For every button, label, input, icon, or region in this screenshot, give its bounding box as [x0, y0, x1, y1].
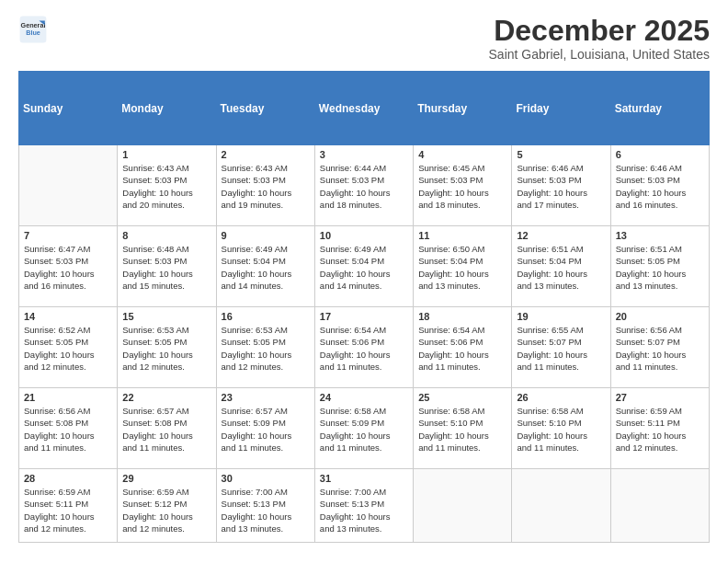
day-number: 30: [222, 473, 310, 484]
day-number: 13: [616, 230, 704, 241]
day-number: 12: [517, 230, 605, 241]
weekday-header-monday: Monday: [118, 72, 216, 145]
calendar-cell: 4Sunrise: 6:45 AM Sunset: 5:03 PM Daylig…: [414, 145, 512, 226]
calendar-cell: 11Sunrise: 6:50 AM Sunset: 5:04 PM Dayli…: [414, 226, 512, 307]
calendar-cell: 7Sunrise: 6:47 AM Sunset: 5:03 PM Daylig…: [19, 226, 118, 307]
day-number: 24: [320, 392, 408, 403]
calendar-cell: 14Sunrise: 6:52 AM Sunset: 5:05 PM Dayli…: [19, 307, 118, 388]
calendar-cell: 30Sunrise: 7:00 AM Sunset: 5:13 PM Dayli…: [216, 469, 314, 543]
header: General Blue December 2025 Saint Gabriel…: [18, 15, 710, 62]
day-number: 17: [320, 311, 408, 322]
day-number: 29: [122, 473, 210, 484]
day-number: 19: [517, 311, 605, 322]
day-number: 1: [122, 149, 210, 160]
day-info: Sunrise: 6:57 AM Sunset: 5:09 PM Dayligh…: [222, 405, 310, 454]
calendar-cell: [512, 469, 610, 543]
calendar-cell: 25Sunrise: 6:58 AM Sunset: 5:10 PM Dayli…: [414, 388, 512, 469]
calendar-cell: 23Sunrise: 6:57 AM Sunset: 5:09 PM Dayli…: [216, 388, 314, 469]
day-info: Sunrise: 6:46 AM Sunset: 5:03 PM Dayligh…: [517, 162, 605, 211]
day-info: Sunrise: 7:00 AM Sunset: 5:13 PM Dayligh…: [222, 486, 310, 534]
calendar-cell: [414, 469, 512, 543]
day-number: 14: [24, 311, 112, 322]
location: Saint Gabriel, Louisiana, United States: [489, 47, 710, 62]
calendar-week-0: 1Sunrise: 6:43 AM Sunset: 5:03 PM Daylig…: [19, 145, 710, 226]
day-number: 8: [122, 230, 210, 241]
weekday-header-saturday: Saturday: [610, 72, 709, 145]
day-info: Sunrise: 6:59 AM Sunset: 5:11 PM Dayligh…: [24, 486, 112, 534]
title-block: December 2025 Saint Gabriel, Louisiana, …: [489, 15, 710, 62]
day-number: 16: [222, 311, 310, 322]
page: General Blue December 2025 Saint Gabriel…: [0, 0, 728, 563]
svg-text:Blue: Blue: [26, 29, 40, 37]
day-info: Sunrise: 6:58 AM Sunset: 5:10 PM Dayligh…: [418, 405, 506, 454]
day-info: Sunrise: 6:59 AM Sunset: 5:12 PM Dayligh…: [122, 486, 210, 534]
day-number: 23: [222, 392, 310, 403]
calendar-cell: 13Sunrise: 6:51 AM Sunset: 5:05 PM Dayli…: [610, 226, 709, 307]
day-info: Sunrise: 6:43 AM Sunset: 5:03 PM Dayligh…: [222, 162, 310, 211]
calendar-cell: 6Sunrise: 6:46 AM Sunset: 5:03 PM Daylig…: [610, 145, 709, 226]
day-info: Sunrise: 6:49 AM Sunset: 5:04 PM Dayligh…: [320, 243, 408, 292]
day-number: 21: [24, 392, 112, 403]
calendar-cell: 12Sunrise: 6:51 AM Sunset: 5:04 PM Dayli…: [512, 226, 610, 307]
day-number: 5: [517, 149, 605, 160]
calendar-week-2: 14Sunrise: 6:52 AM Sunset: 5:05 PM Dayli…: [19, 307, 710, 388]
day-info: Sunrise: 6:43 AM Sunset: 5:03 PM Dayligh…: [122, 162, 210, 211]
logo-icon: General Blue: [18, 15, 48, 44]
calendar-cell: 2Sunrise: 6:43 AM Sunset: 5:03 PM Daylig…: [216, 145, 314, 226]
calendar-cell: 21Sunrise: 6:56 AM Sunset: 5:08 PM Dayli…: [19, 388, 118, 469]
day-number: 28: [24, 473, 112, 484]
calendar-cell: 31Sunrise: 7:00 AM Sunset: 5:13 PM Dayli…: [314, 469, 413, 543]
day-number: 27: [616, 392, 704, 403]
calendar-cell: 18Sunrise: 6:54 AM Sunset: 5:06 PM Dayli…: [414, 307, 512, 388]
calendar-cell: 22Sunrise: 6:57 AM Sunset: 5:08 PM Dayli…: [118, 388, 216, 469]
day-number: 25: [418, 392, 506, 403]
calendar-cell: 3Sunrise: 6:44 AM Sunset: 5:03 PM Daylig…: [314, 145, 413, 226]
day-number: 31: [320, 473, 408, 484]
day-info: Sunrise: 6:55 AM Sunset: 5:07 PM Dayligh…: [517, 324, 605, 373]
day-info: Sunrise: 6:54 AM Sunset: 5:06 PM Dayligh…: [320, 324, 408, 373]
day-info: Sunrise: 6:56 AM Sunset: 5:08 PM Dayligh…: [24, 405, 112, 454]
day-info: Sunrise: 6:45 AM Sunset: 5:03 PM Dayligh…: [418, 162, 506, 211]
calendar: SundayMondayTuesdayWednesdayThursdayFrid…: [18, 71, 710, 543]
calendar-cell: 19Sunrise: 6:55 AM Sunset: 5:07 PM Dayli…: [512, 307, 610, 388]
day-info: Sunrise: 6:51 AM Sunset: 5:05 PM Dayligh…: [616, 243, 704, 292]
calendar-cell: 15Sunrise: 6:53 AM Sunset: 5:05 PM Dayli…: [118, 307, 216, 388]
day-info: Sunrise: 6:50 AM Sunset: 5:04 PM Dayligh…: [418, 243, 506, 292]
day-info: Sunrise: 6:52 AM Sunset: 5:05 PM Dayligh…: [24, 324, 112, 373]
day-number: 18: [418, 311, 506, 322]
calendar-cell: 17Sunrise: 6:54 AM Sunset: 5:06 PM Dayli…: [314, 307, 413, 388]
day-info: Sunrise: 6:59 AM Sunset: 5:11 PM Dayligh…: [616, 405, 704, 454]
calendar-cell: 9Sunrise: 6:49 AM Sunset: 5:04 PM Daylig…: [216, 226, 314, 307]
calendar-cell: 28Sunrise: 6:59 AM Sunset: 5:11 PM Dayli…: [19, 469, 118, 543]
day-info: Sunrise: 6:47 AM Sunset: 5:03 PM Dayligh…: [24, 243, 112, 292]
day-info: Sunrise: 6:46 AM Sunset: 5:03 PM Dayligh…: [616, 162, 704, 211]
weekday-header-sunday: Sunday: [19, 72, 118, 145]
weekday-header-friday: Friday: [512, 72, 610, 145]
weekday-header-tuesday: Tuesday: [216, 72, 314, 145]
day-info: Sunrise: 6:58 AM Sunset: 5:10 PM Dayligh…: [517, 405, 605, 454]
calendar-cell: [610, 469, 709, 543]
calendar-cell: 10Sunrise: 6:49 AM Sunset: 5:04 PM Dayli…: [314, 226, 413, 307]
day-number: 3: [320, 149, 408, 160]
day-number: 26: [517, 392, 605, 403]
calendar-cell: 29Sunrise: 6:59 AM Sunset: 5:12 PM Dayli…: [118, 469, 216, 543]
day-number: 20: [616, 311, 704, 322]
weekday-header-wednesday: Wednesday: [314, 72, 413, 145]
calendar-cell: 5Sunrise: 6:46 AM Sunset: 5:03 PM Daylig…: [512, 145, 610, 226]
day-number: 6: [616, 149, 704, 160]
weekday-header-thursday: Thursday: [414, 72, 512, 145]
day-number: 15: [122, 311, 210, 322]
day-info: Sunrise: 6:53 AM Sunset: 5:05 PM Dayligh…: [122, 324, 210, 373]
calendar-cell: 1Sunrise: 6:43 AM Sunset: 5:03 PM Daylig…: [118, 145, 216, 226]
weekday-header-row: SundayMondayTuesdayWednesdayThursdayFrid…: [19, 72, 710, 145]
calendar-cell: 8Sunrise: 6:48 AM Sunset: 5:03 PM Daylig…: [118, 226, 216, 307]
day-number: 9: [222, 230, 310, 241]
day-info: Sunrise: 6:44 AM Sunset: 5:03 PM Dayligh…: [320, 162, 408, 211]
month-title: December 2025: [489, 15, 710, 47]
day-number: 10: [320, 230, 408, 241]
day-info: Sunrise: 6:56 AM Sunset: 5:07 PM Dayligh…: [616, 324, 704, 373]
day-info: Sunrise: 6:49 AM Sunset: 5:04 PM Dayligh…: [222, 243, 310, 292]
calendar-cell: [19, 145, 118, 226]
day-info: Sunrise: 6:58 AM Sunset: 5:09 PM Dayligh…: [320, 405, 408, 454]
calendar-week-4: 28Sunrise: 6:59 AM Sunset: 5:11 PM Dayli…: [19, 469, 710, 543]
